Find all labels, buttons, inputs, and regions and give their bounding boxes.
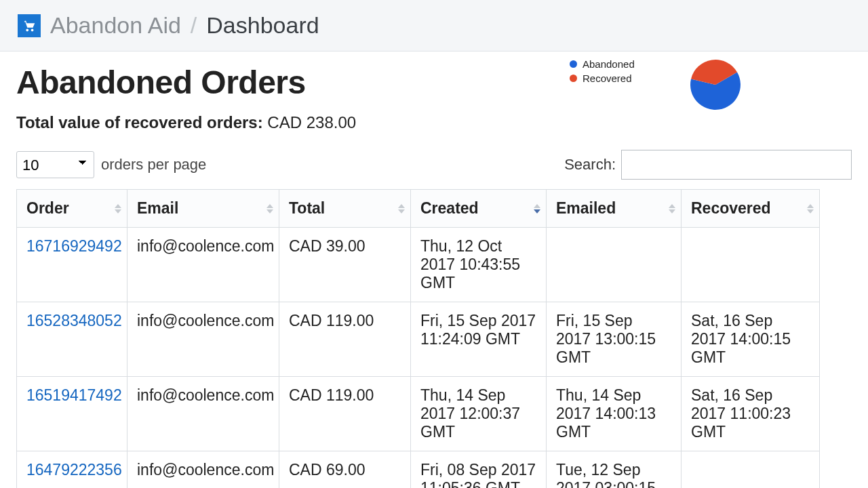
cell-emailed: Tue, 12 Sep 2017 03:00:15 GMT [547,451,682,489]
cell-emailed: Fri, 15 Sep 2017 13:00:15 GMT [547,302,682,377]
cell-order: 16716929492 [17,228,127,302]
col-created[interactable]: Created [411,190,547,228]
cell-total: CAD 39.00 [279,228,411,302]
table-row: 16479222356info@coolence.comCAD 69.00Fri… [17,451,820,489]
cell-recovered [682,451,820,489]
cell-created: Thu, 12 Oct 2017 10:43:55 GMT [411,228,547,302]
legend-label-recovered: Recovered [583,73,632,84]
table-row: 16528348052info@coolence.comCAD 119.00Fr… [17,302,820,377]
content: Abandoned Orders Total value of recovere… [0,52,868,488]
cell-recovered: Sat, 16 Sep 2017 14:00:15 GMT [682,302,820,377]
order-link[interactable]: 16519417492 [26,386,122,404]
cell-created: Thu, 14 Sep 2017 12:00:37 GMT [411,377,547,451]
cell-emailed [547,228,682,302]
breadcrumb: Abandon Aid / Dashboard [0,0,868,52]
table-row: 16716929492info@coolence.comCAD 39.00Thu… [17,228,820,302]
order-link[interactable]: 16479222356 [26,461,122,479]
cell-order: 16519417492 [17,377,127,451]
legend-dot-abandoned [570,60,577,68]
legend-abandoned: Abandoned [570,58,635,70]
cell-email: info@coolence.com [127,451,279,489]
search-input[interactable] [621,150,852,180]
chart-legend: Abandoned Recovered [570,58,635,87]
sort-icon [267,204,273,214]
cell-created: Fri, 08 Sep 2017 11:05:36 GMT [411,451,547,489]
pie-chart [686,56,745,114]
cell-order: 16528348052 [17,302,127,377]
sort-icon [669,204,675,214]
orders-table: Order Email Total Created Emailed Recove… [16,189,820,488]
kpi-label: Total value of recovered orders: [16,113,263,131]
table-header-row: Order Email Total Created Emailed Recove… [17,190,820,228]
legend-label-abandoned: Abandoned [583,58,635,70]
cell-order: 16479222356 [17,451,127,489]
legend-dot-recovered [570,75,577,82]
per-page-select[interactable]: 10 [16,151,94,178]
per-page-control: 10 orders per page [16,151,206,178]
cell-total: CAD 119.00 [279,302,411,377]
sort-icon [807,204,814,214]
order-link[interactable]: 16528348052 [26,312,122,329]
order-link[interactable]: 16716929492 [26,237,122,255]
cell-recovered [682,228,820,302]
cell-created: Fri, 15 Sep 2017 11:24:09 GMT [411,302,547,377]
cell-total: CAD 69.00 [279,451,411,489]
app-logo-icon [18,14,41,37]
breadcrumb-current: Dashboard [206,12,319,39]
sort-icon [534,204,540,214]
breadcrumb-app[interactable]: Abandon Aid [50,12,181,39]
search-control: Search: [564,150,852,180]
cell-recovered: Sat, 16 Sep 2017 11:00:23 GMT [682,377,820,451]
col-recovered[interactable]: Recovered [682,190,820,228]
table-toolbar: 10 orders per page Search: [16,150,852,180]
cell-total: CAD 119.00 [279,377,411,451]
sort-icon [115,204,121,214]
col-email[interactable]: Email [127,190,279,228]
col-order[interactable]: Order [17,190,127,228]
cell-email: info@coolence.com [127,377,279,451]
kpi-value: CAD 238.00 [267,113,356,131]
table-row: 16519417492info@coolence.comCAD 119.00Th… [17,377,820,451]
cell-emailed: Thu, 14 Sep 2017 14:00:13 GMT [547,377,682,451]
cell-email: info@coolence.com [127,302,279,377]
breadcrumb-separator: / [191,12,197,39]
sort-icon [398,204,405,214]
cell-email: info@coolence.com [127,228,279,302]
col-total[interactable]: Total [279,190,411,228]
kpi-recovered-value: Total value of recovered orders: CAD 238… [16,113,852,132]
search-label: Search: [564,156,616,174]
legend-recovered: Recovered [570,73,635,84]
col-emailed[interactable]: Emailed [547,190,682,228]
per-page-label: orders per page [101,156,206,174]
